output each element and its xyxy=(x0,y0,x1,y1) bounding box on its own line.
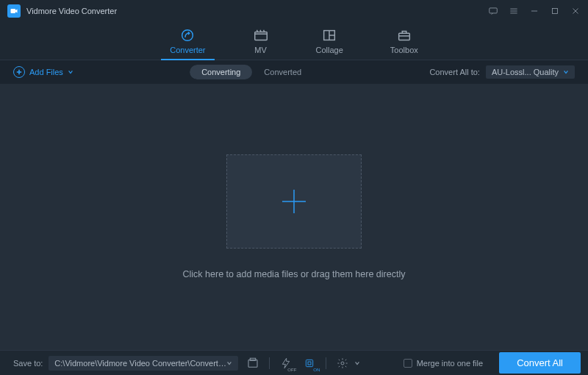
toolbar: Add Files Converting Converted Convert A… xyxy=(0,60,588,84)
svg-rect-22 xyxy=(251,358,257,360)
lightning-toggle[interactable]: OFF xyxy=(277,355,295,371)
svg-rect-6 xyxy=(553,9,558,14)
status-segment: Converting Converted xyxy=(190,65,313,79)
tab-collage[interactable]: Collage xyxy=(313,22,346,60)
output-format-select[interactable]: AU-Lossl... Quality xyxy=(486,65,575,79)
tab-mv-label: MV xyxy=(254,46,267,54)
tab-converter-label: Converter xyxy=(170,46,205,54)
chevron-down-icon xyxy=(226,360,232,366)
segment-converting[interactable]: Converting xyxy=(190,65,252,79)
plus-icon xyxy=(279,187,309,216)
dropzone[interactable] xyxy=(226,154,362,249)
save-path-value: C:\Vidmore\Vidmore Video Converter\Conve… xyxy=(54,359,226,368)
svg-rect-25 xyxy=(308,362,311,365)
svg-marker-23 xyxy=(283,358,290,368)
svg-rect-0 xyxy=(11,9,16,13)
add-files-button[interactable]: Add Files xyxy=(13,66,74,78)
feedback-icon[interactable] xyxy=(488,6,498,16)
output-format-value: AU-Lossl... Quality xyxy=(492,68,559,76)
checkbox-icon xyxy=(404,359,412,368)
tab-mv[interactable]: MV xyxy=(250,22,272,60)
svg-rect-24 xyxy=(306,360,313,366)
tab-converter[interactable]: Converter xyxy=(167,22,208,60)
chevron-down-icon xyxy=(68,69,74,75)
tab-collage-label: Collage xyxy=(316,46,343,54)
footer: Save to: C:\Vidmore\Vidmore Video Conver… xyxy=(0,350,588,375)
svg-rect-15 xyxy=(398,33,409,40)
toolbox-icon xyxy=(396,28,412,43)
minimize-icon[interactable] xyxy=(529,6,539,16)
chevron-down-icon[interactable] xyxy=(354,360,360,366)
menu-icon[interactable] xyxy=(509,6,519,16)
main-nav: Converter MV Collage Toolbox xyxy=(0,22,588,60)
app-title: Vidmore Video Converter xyxy=(26,7,117,15)
chevron-down-icon xyxy=(563,69,569,75)
svg-rect-10 xyxy=(254,32,267,40)
gpu-badge: ON xyxy=(313,368,320,372)
gpu-toggle[interactable]: ON xyxy=(301,355,318,371)
drop-instruction: Click here to add media files or drag th… xyxy=(183,269,406,279)
plus-circle-icon xyxy=(13,66,25,78)
svg-rect-21 xyxy=(248,360,257,367)
save-path-select[interactable]: C:\Vidmore\Vidmore Video Converter\Conve… xyxy=(49,356,238,371)
svg-point-26 xyxy=(341,362,344,365)
titlebar: Vidmore Video Converter xyxy=(0,0,588,22)
app-logo xyxy=(7,4,21,18)
svg-point-9 xyxy=(182,29,193,40)
converter-icon xyxy=(179,28,196,43)
segment-converted[interactable]: Converted xyxy=(252,65,313,79)
merge-label: Merge into one file xyxy=(417,359,484,368)
merge-checkbox[interactable]: Merge into one file xyxy=(404,359,484,368)
tab-toolbox-label: Toolbox xyxy=(390,46,418,54)
mv-icon xyxy=(253,28,269,43)
convert-all-to: Convert All to: AU-Lossl... Quality xyxy=(429,65,575,79)
svg-rect-1 xyxy=(490,8,498,13)
separator xyxy=(269,357,270,369)
close-icon[interactable] xyxy=(570,6,581,16)
workspace: Click here to add media files or drag th… xyxy=(0,84,588,350)
maximize-icon[interactable] xyxy=(550,6,560,16)
tab-toolbox[interactable]: Toolbox xyxy=(387,22,421,60)
save-to-label: Save to: xyxy=(13,359,43,368)
lightning-badge: OFF xyxy=(287,368,296,372)
settings-button[interactable] xyxy=(334,355,351,371)
add-files-label: Add Files xyxy=(29,68,63,76)
open-folder-button[interactable] xyxy=(244,355,262,371)
convert-all-button[interactable]: Convert All xyxy=(499,352,581,374)
convert-all-to-label: Convert All to: xyxy=(429,68,479,76)
collage-icon xyxy=(321,28,337,43)
separator xyxy=(326,357,326,369)
